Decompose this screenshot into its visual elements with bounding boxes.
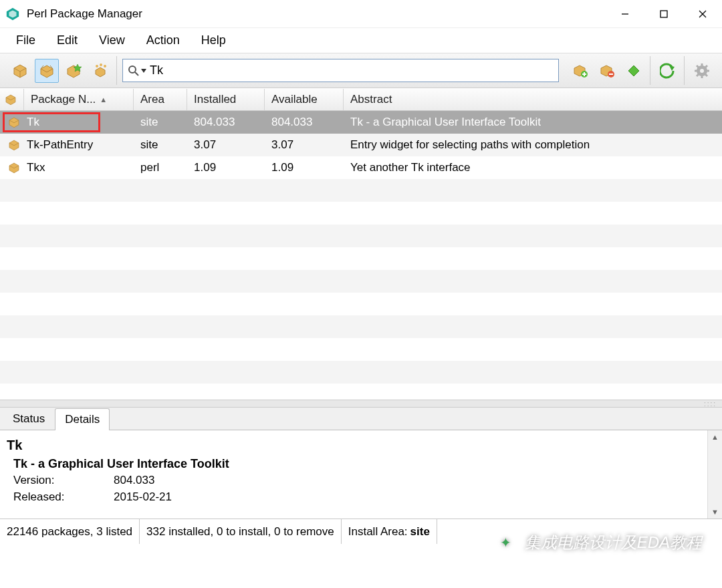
search-input[interactable] [147, 59, 554, 82]
mark-install-button[interactable] [568, 59, 592, 83]
menu-edit[interactable]: Edit [47, 29, 87, 51]
table-row[interactable]: Tk site 804.033 804.033 Tk - a Graphical… [0, 111, 722, 134]
menu-view[interactable]: View [90, 29, 134, 51]
sort-asc-icon: ▲ [100, 96, 107, 104]
all-packages-button[interactable] [8, 59, 32, 83]
cell-available: 804.033 [265, 116, 344, 129]
menu-action[interactable]: Action [137, 29, 189, 51]
svg-point-18 [700, 69, 704, 73]
marked-packages-button[interactable] [88, 59, 112, 83]
menu-file[interactable]: File [7, 29, 45, 51]
status-bar: 22146 packages, 3 listed 332 installed, … [0, 519, 722, 544]
svg-line-23 [697, 65, 699, 67]
search-field[interactable] [122, 59, 559, 82]
box-dots-icon [92, 62, 109, 80]
details-scrollbar[interactable]: ▲ ▼ [707, 430, 722, 519]
cell-installed: 804.033 [187, 116, 265, 129]
search-dropdown-icon[interactable] [140, 69, 147, 73]
column-label: Area [140, 93, 164, 106]
details-released-value: 2015-02-21 [114, 489, 172, 506]
details-tabstrip: Status Details [0, 408, 722, 430]
svg-point-9 [104, 65, 106, 67]
svg-marker-12 [141, 69, 146, 73]
svg-point-8 [100, 63, 102, 66]
cell-available: 1.09 [265, 161, 344, 174]
details-package-abstract: Tk - a Graphical User Interface Toolkit [13, 455, 701, 472]
svg-line-24 [705, 74, 707, 76]
details-released-label: Released: [13, 489, 114, 506]
table-row[interactable]: Tk-PathEntry site 3.07 3.07 Entry widget… [0, 134, 722, 156]
upgradable-packages-button[interactable] [62, 59, 86, 83]
tab-details[interactable]: Details [55, 408, 110, 430]
mark-remove-button[interactable] [595, 59, 619, 83]
svg-line-11 [135, 72, 138, 76]
app-icon [5, 7, 20, 21]
cell-abstract: Tk - a Graphical User Interface Toolkit [344, 116, 722, 129]
search-icon [127, 64, 140, 78]
scroll-down-icon[interactable]: ▼ [711, 508, 719, 516]
box-icon [7, 138, 21, 152]
svg-marker-16 [669, 65, 675, 71]
close-button[interactable] [683, 0, 722, 28]
window-title: Perl Package Manager [27, 7, 606, 21]
install-area-value: site [410, 525, 430, 539]
gear-icon [694, 63, 710, 79]
scroll-up-icon[interactable]: ▲ [711, 433, 719, 441]
column-package-name[interactable]: Package N...▲ [24, 89, 134, 110]
box-open-icon [38, 62, 55, 80]
installed-packages-button[interactable] [35, 59, 59, 83]
cell-area: site [134, 116, 187, 129]
settings-button[interactable] [690, 59, 714, 83]
column-icon[interactable] [0, 89, 24, 110]
svg-marker-15 [628, 65, 639, 76]
cell-name: Tkx [24, 161, 134, 174]
minimize-button[interactable] [606, 0, 644, 28]
svg-point-7 [96, 65, 98, 67]
column-available[interactable]: Available [265, 89, 344, 110]
box-icon [11, 62, 29, 80]
cell-name: Tk [24, 116, 134, 129]
cell-installed: 1.09 [187, 161, 265, 174]
details-pane: Tk Tk - a Graphical User Interface Toolk… [0, 430, 722, 519]
menu-bar: File Edit View Action Help [0, 28, 722, 53]
box-icon [7, 161, 21, 174]
cell-available: 3.07 [265, 138, 344, 152]
table-row[interactable]: Tkx perl 1.09 1.09 Yet another Tk interf… [0, 156, 722, 179]
table-body: Tk site 804.033 804.033 Tk - a Graphical… [0, 111, 722, 400]
cell-installed: 3.07 [187, 138, 265, 152]
column-installed[interactable]: Installed [187, 89, 265, 110]
column-label: Installed [194, 93, 236, 106]
box-add-icon [572, 62, 589, 80]
svg-line-25 [697, 74, 699, 76]
diamond-icon [626, 63, 641, 78]
table-header: Package N...▲ Area Installed Available A… [0, 88, 722, 111]
column-label: Package N... [31, 93, 96, 106]
column-label: Available [271, 93, 318, 106]
cell-abstract: Yet another Tk interface [344, 161, 722, 174]
details-package-name: Tk [7, 436, 701, 455]
grip-icon: :::: [704, 400, 717, 408]
svg-rect-3 [660, 11, 667, 17]
menu-help[interactable]: Help [192, 29, 235, 51]
properties-button[interactable] [622, 59, 646, 83]
status-install-area: Install Area: site [342, 519, 437, 544]
title-bar: Perl Package Manager [0, 0, 722, 28]
box-icon [4, 93, 17, 106]
install-area-label: Install Area: [348, 525, 408, 539]
cell-name: Tk-PathEntry [24, 138, 134, 152]
splitter[interactable]: :::: [0, 400, 722, 408]
column-label: Abstract [350, 93, 392, 106]
column-abstract[interactable]: Abstract [344, 89, 722, 110]
details-version-value: 804.033 [114, 472, 154, 489]
tab-status[interactable]: Status [3, 408, 55, 430]
run-actions-button[interactable] [656, 59, 680, 83]
cell-area: site [134, 138, 187, 152]
svg-line-26 [705, 65, 707, 67]
maximize-button[interactable] [644, 0, 683, 28]
column-area[interactable]: Area [134, 89, 187, 110]
svg-point-10 [129, 66, 136, 73]
cell-area: perl [134, 161, 187, 174]
status-installed: 332 installed, 0 to install, 0 to remove [140, 519, 342, 544]
details-version-label: Version: [13, 472, 114, 489]
box-remove-icon [598, 62, 616, 80]
